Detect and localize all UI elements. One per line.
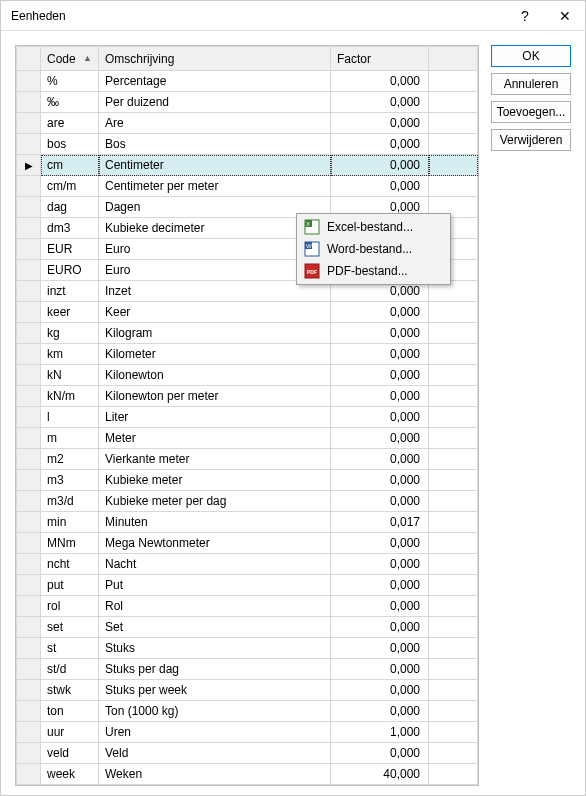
cell-factor[interactable]: 0,000 xyxy=(331,71,429,92)
table-row[interactable]: keerKeer0,000 xyxy=(17,302,478,323)
header-factor[interactable]: Factor xyxy=(331,47,429,71)
row-header[interactable] xyxy=(17,575,41,596)
cell-factor[interactable]: 0,000 xyxy=(331,92,429,113)
row-header[interactable] xyxy=(17,302,41,323)
table-row[interactable]: stStuks0,000 xyxy=(17,638,478,659)
units-grid[interactable]: Code ▲ Omschrijving Factor % xyxy=(15,45,479,786)
table-row[interactable]: setSet0,000 xyxy=(17,617,478,638)
row-header[interactable] xyxy=(17,743,41,764)
cell-omschrijving[interactable]: Centimeter xyxy=(99,155,331,176)
cell-code[interactable]: uur xyxy=(41,722,99,743)
cell-factor[interactable]: 0,000 xyxy=(331,428,429,449)
cell-omschrijving[interactable]: Kilonewton xyxy=(99,365,331,386)
row-header[interactable] xyxy=(17,491,41,512)
cell-factor[interactable]: 0,000 xyxy=(331,176,429,197)
row-header[interactable] xyxy=(17,323,41,344)
menu-item-excel[interactable]: X Excel-bestand... xyxy=(299,216,448,238)
row-header[interactable] xyxy=(17,764,41,785)
cell-code[interactable]: bos xyxy=(41,134,99,155)
cell-code[interactable]: % xyxy=(41,71,99,92)
cell-omschrijving[interactable]: Kubieke meter xyxy=(99,470,331,491)
cell-omschrijving[interactable]: Bos xyxy=(99,134,331,155)
row-header[interactable] xyxy=(17,470,41,491)
header-omschrijving[interactable]: Omschrijving xyxy=(99,47,331,71)
row-header[interactable] xyxy=(17,722,41,743)
cell-omschrijving[interactable]: Kubieke meter per dag xyxy=(99,491,331,512)
cell-factor[interactable]: 0,000 xyxy=(331,134,429,155)
cell-omschrijving[interactable]: Keer xyxy=(99,302,331,323)
cell-factor[interactable]: 0,000 xyxy=(331,407,429,428)
close-button[interactable]: ✕ xyxy=(545,1,585,31)
table-row[interactable]: %Percentage0,000 xyxy=(17,71,478,92)
header-code[interactable]: Code ▲ xyxy=(41,47,99,71)
table-row[interactable]: ▶cmCentimeter0,000 xyxy=(17,155,478,176)
row-header[interactable] xyxy=(17,92,41,113)
cell-code[interactable]: rol xyxy=(41,596,99,617)
table-row[interactable]: weekWeken40,000 xyxy=(17,764,478,785)
cell-omschrijving[interactable]: Meter xyxy=(99,428,331,449)
table-row[interactable]: lLiter0,000 xyxy=(17,407,478,428)
cell-factor[interactable]: 0,000 xyxy=(331,365,429,386)
cell-code[interactable]: ton xyxy=(41,701,99,722)
cell-code[interactable]: cm xyxy=(41,155,99,176)
cell-code[interactable]: km xyxy=(41,344,99,365)
cell-omschrijving[interactable]: Per duizend xyxy=(99,92,331,113)
row-header[interactable] xyxy=(17,533,41,554)
row-header[interactable] xyxy=(17,449,41,470)
table-row[interactable]: bosBos0,000 xyxy=(17,134,478,155)
cell-factor[interactable]: 0,000 xyxy=(331,449,429,470)
cell-omschrijving[interactable]: Vierkante meter xyxy=(99,449,331,470)
table-row[interactable]: putPut0,000 xyxy=(17,575,478,596)
ok-button[interactable]: OK xyxy=(491,45,571,67)
cell-factor[interactable]: 0,000 xyxy=(331,617,429,638)
cell-omschrijving[interactable]: Mega Newtonmeter xyxy=(99,533,331,554)
table-row[interactable]: kgKilogram0,000 xyxy=(17,323,478,344)
table-row[interactable]: ‰Per duizend0,000 xyxy=(17,92,478,113)
cell-factor[interactable]: 0,000 xyxy=(331,344,429,365)
cell-code[interactable]: inzt xyxy=(41,281,99,302)
cell-code[interactable]: keer xyxy=(41,302,99,323)
cell-code[interactable]: set xyxy=(41,617,99,638)
cell-factor[interactable]: 0,000 xyxy=(331,659,429,680)
delete-button[interactable]: Verwijderen xyxy=(491,129,571,151)
table-row[interactable]: tonTon (1000 kg)0,000 xyxy=(17,701,478,722)
cell-factor[interactable]: 0,000 xyxy=(331,533,429,554)
cell-factor[interactable]: 40,000 xyxy=(331,764,429,785)
cell-factor[interactable]: 0,000 xyxy=(331,386,429,407)
row-header[interactable] xyxy=(17,176,41,197)
cell-code[interactable]: are xyxy=(41,113,99,134)
row-header[interactable] xyxy=(17,407,41,428)
table-row[interactable]: kmKilometer0,000 xyxy=(17,344,478,365)
cell-code[interactable]: ncht xyxy=(41,554,99,575)
row-header[interactable] xyxy=(17,701,41,722)
row-header[interactable] xyxy=(17,659,41,680)
cell-code[interactable]: kN/m xyxy=(41,386,99,407)
row-header[interactable] xyxy=(17,617,41,638)
cell-code[interactable]: MNm xyxy=(41,533,99,554)
cell-factor[interactable]: 0,000 xyxy=(331,491,429,512)
row-header[interactable] xyxy=(17,365,41,386)
cell-factor[interactable]: 0,000 xyxy=(331,575,429,596)
row-header[interactable] xyxy=(17,344,41,365)
cell-omschrijving[interactable]: Liter xyxy=(99,407,331,428)
cell-code[interactable]: m xyxy=(41,428,99,449)
row-header[interactable] xyxy=(17,134,41,155)
row-header[interactable] xyxy=(17,680,41,701)
table-row[interactable]: veldVeld0,000 xyxy=(17,743,478,764)
cell-factor[interactable]: 0,000 xyxy=(331,554,429,575)
cell-code[interactable]: stwk xyxy=(41,680,99,701)
row-header[interactable] xyxy=(17,260,41,281)
table-row[interactable]: m3Kubieke meter0,000 xyxy=(17,470,478,491)
cell-omschrijving[interactable]: Stuks per dag xyxy=(99,659,331,680)
row-header[interactable] xyxy=(17,554,41,575)
cell-code[interactable]: put xyxy=(41,575,99,596)
row-header[interactable] xyxy=(17,428,41,449)
table-row[interactable]: kNKilonewton0,000 xyxy=(17,365,478,386)
help-button[interactable]: ? xyxy=(505,1,545,31)
cell-code[interactable]: l xyxy=(41,407,99,428)
cell-factor[interactable]: 0,000 xyxy=(331,743,429,764)
cell-factor[interactable]: 0,017 xyxy=(331,512,429,533)
cell-code[interactable]: st/d xyxy=(41,659,99,680)
table-row[interactable]: areAre0,000 xyxy=(17,113,478,134)
cell-code[interactable]: dag xyxy=(41,197,99,218)
